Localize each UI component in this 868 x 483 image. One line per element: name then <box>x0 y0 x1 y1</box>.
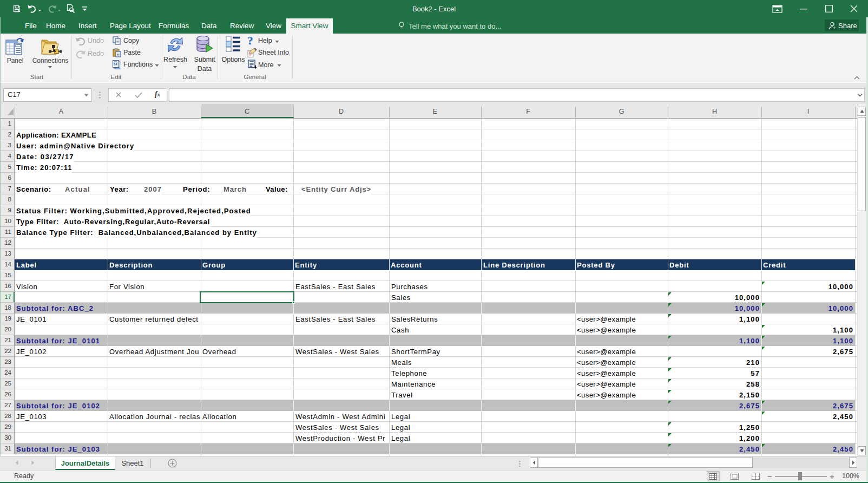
svg-text:Σ: Σ <box>114 61 117 67</box>
